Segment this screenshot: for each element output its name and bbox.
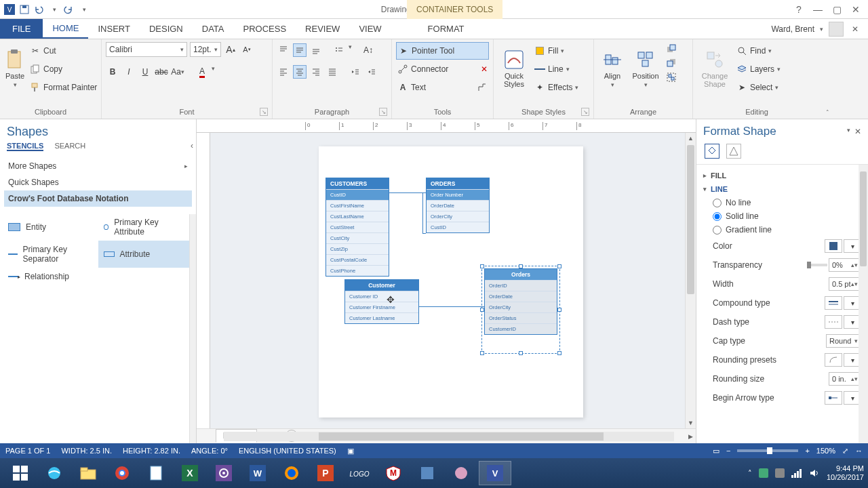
font-color-dropdown-icon[interactable]: ▾ bbox=[212, 65, 215, 79]
save-icon[interactable] bbox=[19, 4, 30, 15]
undo-icon[interactable] bbox=[34, 4, 45, 15]
format-painter-button[interactable]: Format Painter bbox=[28, 79, 98, 96]
entity-orders-selected[interactable]: Orders OrderID OrderDate OrderCity Order… bbox=[484, 268, 557, 335]
tray-expand-icon[interactable]: ˄ bbox=[748, 469, 752, 478]
page-width-icon[interactable]: ↔ bbox=[855, 447, 863, 455]
format-pane-scrollbar[interactable] bbox=[859, 165, 868, 443]
font-size-select[interactable]: 12pt.▾ bbox=[190, 42, 221, 57]
file-explorer-icon[interactable] bbox=[72, 461, 104, 485]
round-presets-select[interactable] bbox=[825, 353, 842, 367]
increase-indent-icon[interactable] bbox=[365, 65, 378, 79]
quick-shapes-item[interactable]: Quick Shapes bbox=[4, 174, 192, 190]
presentation-mode-icon[interactable]: ▭ bbox=[713, 447, 719, 455]
align-button[interactable]: Align▾ bbox=[598, 42, 627, 95]
line-section-header[interactable]: ▾LINE bbox=[703, 182, 861, 196]
align-top-icon[interactable] bbox=[277, 43, 290, 57]
tray-app1-icon[interactable] bbox=[759, 468, 768, 478]
font-color-icon[interactable]: A bbox=[195, 65, 209, 79]
tab-data[interactable]: DATA bbox=[193, 19, 234, 39]
gradient-line-radio[interactable]: Gradient line bbox=[703, 223, 861, 237]
word-icon[interactable]: W bbox=[241, 461, 274, 485]
tab-process[interactable]: PROCESS bbox=[234, 19, 296, 39]
horizontal-scrollbar[interactable] bbox=[224, 432, 674, 441]
powerpoint-icon[interactable]: P bbox=[309, 461, 342, 485]
italic-icon[interactable]: I bbox=[122, 65, 136, 79]
tab-home[interactable]: HOME bbox=[43, 19, 88, 39]
tab-format[interactable]: FORMAT bbox=[418, 19, 474, 39]
tray-app2-icon[interactable] bbox=[775, 468, 785, 478]
cut-button[interactable]: ✂Cut bbox=[28, 42, 98, 60]
shape-relationship[interactable]: ▸Relationship bbox=[3, 268, 98, 285]
pointer-tool-button[interactable]: ➤Pointer Tool bbox=[396, 42, 489, 60]
entity-customer[interactable]: Customer Customer ID Customer Firstname … bbox=[344, 279, 419, 324]
text-tool-button[interactable]: AText bbox=[396, 79, 489, 96]
status-language[interactable]: ENGLISH (UNITED STATES) bbox=[239, 447, 336, 455]
align-center-icon[interactable] bbox=[293, 65, 307, 79]
snipping-icon[interactable] bbox=[445, 461, 477, 485]
shrink-font-icon[interactable]: A▾ bbox=[240, 43, 254, 56]
close-icon[interactable]: ✕ bbox=[848, 3, 864, 16]
layers-button[interactable]: Layers▾ bbox=[735, 60, 782, 78]
zoom-slider[interactable] bbox=[737, 449, 798, 452]
bullets-icon[interactable] bbox=[332, 43, 346, 57]
effects-tab-icon[interactable] bbox=[726, 144, 741, 159]
shape-entity[interactable]: Entity bbox=[3, 214, 98, 241]
format-pane-menu-icon[interactable]: ▾ bbox=[847, 127, 850, 136]
shapes-scrollbar[interactable] bbox=[189, 214, 196, 443]
round-size-input[interactable]: 0 in.▴▾ bbox=[829, 372, 861, 386]
position-button[interactable]: Position▾ bbox=[629, 42, 662, 95]
zoom-out-icon[interactable]: − bbox=[726, 447, 730, 455]
paste-button[interactable]: Paste ▾ bbox=[4, 42, 26, 95]
transparency-slider[interactable] bbox=[807, 264, 827, 266]
text-direction-icon[interactable]: A↕ bbox=[361, 43, 375, 57]
fill-section-header[interactable]: ▸FILL bbox=[703, 169, 861, 182]
qat-customize-icon[interactable]: ▾ bbox=[79, 4, 90, 15]
logo-icon[interactable]: LOGO bbox=[343, 461, 376, 485]
tab-review[interactable]: REVIEW bbox=[296, 19, 349, 39]
collapse-shapes-icon[interactable]: ‹ bbox=[191, 141, 193, 150]
app1-icon[interactable] bbox=[411, 461, 443, 485]
compound-type-select[interactable] bbox=[825, 296, 842, 310]
tray-clock[interactable]: 9:44 PM 10/26/2017 bbox=[827, 464, 864, 482]
bold-icon[interactable]: B bbox=[106, 65, 119, 79]
zoom-level[interactable]: 150% bbox=[816, 447, 835, 455]
entity-customers[interactable]: CUSTOMERS CustID CustFirstName CustLastN… bbox=[326, 178, 389, 277]
notepad-icon[interactable] bbox=[140, 461, 172, 485]
solid-line-radio[interactable]: Solid line bbox=[703, 209, 861, 223]
tray-volume-icon[interactable] bbox=[809, 468, 820, 478]
drawing-page[interactable]: CUSTOMERS CustID CustFirstName CustLastN… bbox=[319, 146, 583, 418]
align-middle-icon[interactable] bbox=[293, 43, 307, 57]
fill-line-tab-icon[interactable] bbox=[705, 144, 719, 159]
visio-taskbar-icon[interactable]: V bbox=[479, 461, 511, 485]
more-shapes-item[interactable]: More Shapes▸ bbox=[4, 158, 192, 174]
shape-pk-separator[interactable]: Primary Key Separator bbox=[3, 241, 98, 268]
redo-icon[interactable] bbox=[64, 4, 75, 15]
close-document-icon[interactable]: ✕ bbox=[849, 23, 861, 35]
begin-arrow-select[interactable] bbox=[825, 391, 842, 405]
tab-insert[interactable]: INSERT bbox=[88, 19, 139, 39]
decrease-indent-icon[interactable] bbox=[349, 65, 362, 79]
zoom-in-icon[interactable]: + bbox=[805, 447, 809, 455]
shape-styles-launcher-icon[interactable]: ↘ bbox=[581, 108, 589, 116]
tab-design[interactable]: DESIGN bbox=[140, 19, 193, 39]
connector-tool-button[interactable]: Connector✕ bbox=[396, 60, 489, 78]
find-button[interactable]: Find▾ bbox=[735, 42, 782, 60]
firefox-icon[interactable] bbox=[275, 461, 308, 485]
line-button[interactable]: Line▾ bbox=[533, 60, 580, 78]
maximize-icon[interactable]: ▢ bbox=[829, 3, 845, 16]
avatar[interactable] bbox=[829, 22, 844, 37]
canvas[interactable]: CUSTOMERS CustID CustFirstName CustLastN… bbox=[210, 133, 685, 428]
file-tab[interactable]: FILE bbox=[0, 19, 43, 39]
justify-icon[interactable] bbox=[326, 65, 339, 79]
line-color-picker[interactable] bbox=[825, 239, 842, 253]
help-icon[interactable]: ? bbox=[791, 3, 807, 16]
align-bottom-icon[interactable] bbox=[309, 43, 323, 57]
align-right-icon[interactable] bbox=[309, 65, 323, 79]
tray-network-icon[interactable] bbox=[791, 468, 802, 478]
paragraph-launcher-icon[interactable]: ↘ bbox=[379, 108, 387, 116]
bring-front-icon[interactable] bbox=[665, 42, 678, 56]
shape-attribute[interactable]: Attribute bbox=[98, 241, 194, 268]
undo-dropdown-icon[interactable]: ▾ bbox=[49, 4, 60, 15]
macro-record-icon[interactable]: ▣ bbox=[347, 447, 354, 455]
collapse-ribbon-icon[interactable]: ˄ bbox=[826, 109, 829, 116]
